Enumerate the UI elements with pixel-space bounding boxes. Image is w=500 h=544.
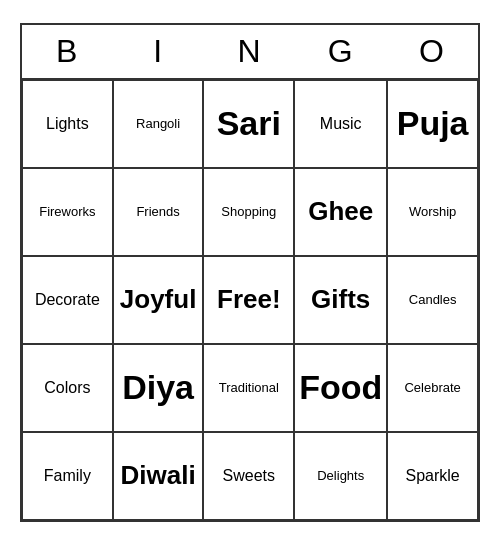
cell-text: Joyful: [120, 284, 197, 315]
cell-text: Delights: [317, 468, 364, 484]
bingo-grid: LightsRangoliSariMusicPujaFireworksFrien…: [22, 80, 478, 520]
cell-text: Worship: [409, 204, 456, 220]
bingo-cell: Celebrate: [387, 344, 478, 432]
cell-text: Fireworks: [39, 204, 95, 220]
bingo-cell: Sweets: [203, 432, 294, 520]
cell-text: Rangoli: [136, 116, 180, 132]
header-letter: B: [22, 25, 113, 78]
bingo-cell: Free!: [203, 256, 294, 344]
bingo-card: BINGO LightsRangoliSariMusicPujaFirework…: [20, 23, 480, 522]
header-letter: N: [204, 25, 295, 78]
cell-text: Diya: [122, 367, 194, 408]
cell-text: Lights: [46, 114, 89, 133]
bingo-cell: Worship: [387, 168, 478, 256]
cell-text: Family: [44, 466, 91, 485]
bingo-cell: Lights: [22, 80, 113, 168]
bingo-cell: Fireworks: [22, 168, 113, 256]
cell-text: Decorate: [35, 290, 100, 309]
bingo-cell: Candles: [387, 256, 478, 344]
bingo-cell: Music: [294, 80, 387, 168]
cell-text: Diwali: [121, 460, 196, 491]
bingo-header: BINGO: [22, 25, 478, 80]
cell-text: Gifts: [311, 284, 370, 315]
cell-text: Traditional: [219, 380, 279, 396]
cell-text: Friends: [136, 204, 179, 220]
cell-text: Candles: [409, 292, 457, 308]
bingo-cell: Puja: [387, 80, 478, 168]
cell-text: Sari: [217, 103, 281, 144]
cell-text: Sweets: [223, 466, 275, 485]
bingo-cell: Traditional: [203, 344, 294, 432]
cell-text: Celebrate: [404, 380, 460, 396]
bingo-cell: Diwali: [113, 432, 204, 520]
bingo-cell: Friends: [113, 168, 204, 256]
bingo-cell: Delights: [294, 432, 387, 520]
cell-text: Ghee: [308, 196, 373, 227]
bingo-cell: Sari: [203, 80, 294, 168]
cell-text: Sparkle: [406, 466, 460, 485]
bingo-cell: Shopping: [203, 168, 294, 256]
bingo-cell: Sparkle: [387, 432, 478, 520]
header-letter: I: [113, 25, 204, 78]
bingo-cell: Colors: [22, 344, 113, 432]
cell-text: Puja: [397, 103, 469, 144]
bingo-cell: Decorate: [22, 256, 113, 344]
bingo-cell: Ghee: [294, 168, 387, 256]
bingo-cell: Gifts: [294, 256, 387, 344]
cell-text: Food: [299, 367, 382, 408]
header-letter: G: [296, 25, 387, 78]
bingo-cell: Food: [294, 344, 387, 432]
bingo-cell: Diya: [113, 344, 204, 432]
bingo-cell: Family: [22, 432, 113, 520]
bingo-cell: Rangoli: [113, 80, 204, 168]
bingo-cell: Joyful: [113, 256, 204, 344]
cell-text: Shopping: [221, 204, 276, 220]
cell-text: Free!: [217, 284, 281, 315]
cell-text: Music: [320, 114, 362, 133]
cell-text: Colors: [44, 378, 90, 397]
header-letter: O: [387, 25, 478, 78]
